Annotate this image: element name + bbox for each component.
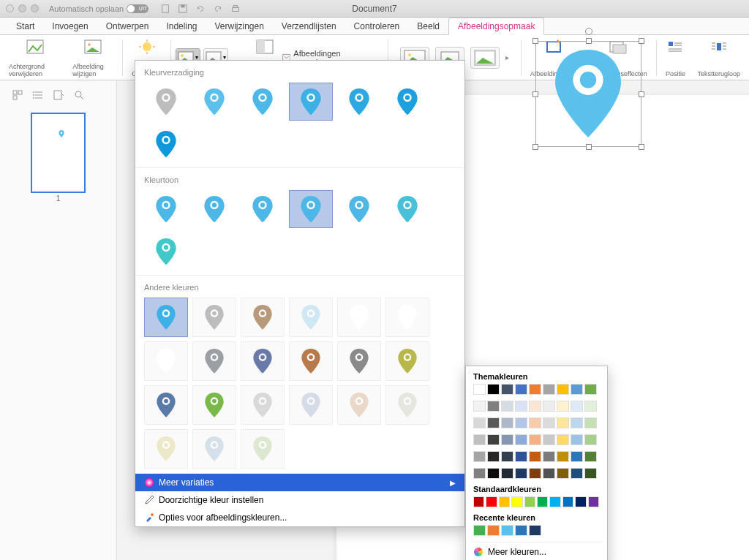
standard-color-swatch[interactable]	[549, 496, 560, 507]
tab-afbeeldingsopmaak[interactable]: Afbeeldingsopmaak	[448, 18, 544, 35]
saturation-swatch[interactable]	[144, 125, 188, 163]
recolor-swatch[interactable]	[241, 429, 285, 469]
tab-invoegen[interactable]: Invoegen	[43, 18, 97, 34]
more-colors-item[interactable]: Meer kleuren...	[470, 542, 603, 560]
tone-swatch[interactable]	[144, 232, 188, 270]
resize-handle-e[interactable]	[639, 91, 644, 97]
recolor-swatch[interactable]	[144, 298, 188, 337]
standard-color-swatch[interactable]	[524, 496, 535, 507]
theme-shade-swatch[interactable]	[571, 451, 583, 462]
redo-icon[interactable]	[213, 4, 223, 14]
theme-shade-swatch[interactable]	[515, 434, 527, 445]
theme-shade-swatch[interactable]	[557, 401, 569, 412]
theme-shade-swatch[interactable]	[584, 401, 597, 412]
picture-color-options-item[interactable]: Opties voor afbeeldingskleuren...	[135, 509, 464, 526]
theme-color-swatch[interactable]	[529, 384, 541, 395]
theme-shade-swatch[interactable]	[473, 434, 486, 445]
recent-color-swatch[interactable]	[501, 525, 513, 536]
theme-color-swatch[interactable]	[487, 384, 500, 395]
tab-verzendlijsten[interactable]: Verzendlijsten	[273, 18, 345, 34]
theme-shade-swatch[interactable]	[515, 401, 527, 412]
standard-color-swatch[interactable]	[486, 496, 497, 507]
thumbnails-view-icon[interactable]	[12, 89, 23, 101]
theme-shade-swatch[interactable]	[543, 451, 555, 462]
tone-swatch[interactable]	[385, 190, 429, 228]
print-icon[interactable]	[230, 4, 241, 14]
standard-color-swatch[interactable]	[562, 496, 573, 507]
theme-shade-swatch[interactable]	[543, 417, 555, 428]
theme-shade-swatch[interactable]	[529, 468, 541, 479]
new-file-icon[interactable]	[160, 4, 170, 14]
standard-color-swatch[interactable]	[537, 496, 548, 507]
saturation-swatch[interactable]	[337, 83, 381, 121]
theme-shade-swatch[interactable]	[515, 451, 527, 462]
recolor-swatch[interactable]	[385, 341, 429, 381]
recent-color-swatch[interactable]	[529, 525, 541, 536]
theme-shade-swatch[interactable]	[487, 417, 500, 428]
theme-shade-swatch[interactable]	[529, 451, 541, 462]
theme-shade-swatch[interactable]	[487, 468, 500, 479]
theme-shade-swatch[interactable]	[487, 401, 500, 412]
theme-shade-swatch[interactable]	[487, 451, 500, 462]
tab-start[interactable]: Start	[7, 18, 43, 34]
page-thumbnail[interactable]	[31, 113, 86, 193]
theme-shade-swatch[interactable]	[557, 451, 569, 462]
tone-swatch[interactable]	[144, 190, 188, 228]
selected-image[interactable]	[535, 41, 641, 147]
remove-background-button[interactable]: Achtergrond verwijderen	[4, 37, 65, 79]
standard-color-swatch[interactable]	[473, 496, 484, 507]
theme-color-swatch[interactable]	[584, 384, 597, 395]
recolor-swatch[interactable]	[192, 341, 236, 381]
theme-shade-swatch[interactable]	[501, 434, 513, 445]
theme-shade-swatch[interactable]	[501, 417, 513, 428]
resize-handle-sw[interactable]	[532, 144, 538, 150]
style-preview-3[interactable]	[470, 47, 500, 69]
recolor-swatch[interactable]	[385, 298, 429, 337]
theme-shade-swatch[interactable]	[529, 417, 541, 428]
outline-view-icon[interactable]	[32, 89, 44, 101]
tab-verwijzingen[interactable]: Verwijzingen	[206, 18, 272, 34]
theme-color-swatch[interactable]	[515, 384, 527, 395]
theme-shade-swatch[interactable]	[529, 401, 541, 412]
search-icon[interactable]	[73, 89, 85, 101]
theme-shade-swatch[interactable]	[571, 468, 583, 479]
theme-shade-swatch[interactable]	[515, 417, 527, 428]
theme-shade-swatch[interactable]	[515, 468, 527, 479]
theme-shade-swatch[interactable]	[501, 451, 513, 462]
saturation-swatch[interactable]	[241, 83, 285, 121]
theme-shade-swatch[interactable]	[543, 468, 555, 479]
resize-handle-s[interactable]	[586, 144, 592, 150]
text-wrap-button[interactable]: Tekstterugloop	[693, 37, 745, 79]
theme-shade-swatch[interactable]	[584, 451, 597, 462]
saturation-swatch[interactable]	[385, 83, 429, 121]
theme-color-swatch[interactable]	[557, 384, 569, 395]
recolor-swatch[interactable]	[144, 385, 188, 425]
recolor-swatch[interactable]	[241, 341, 285, 381]
recolor-swatch[interactable]	[192, 385, 236, 425]
theme-shade-swatch[interactable]	[584, 417, 597, 428]
position-button[interactable]: Positie	[660, 37, 690, 79]
close-icon[interactable]	[6, 4, 14, 12]
tone-swatch[interactable]	[337, 190, 381, 228]
standard-color-swatch[interactable]	[499, 496, 510, 507]
tab-beeld[interactable]: Beeld	[408, 18, 448, 34]
recolor-swatch[interactable]	[337, 298, 381, 337]
standard-color-swatch[interactable]	[511, 496, 522, 507]
recolor-swatch[interactable]	[385, 385, 429, 425]
tone-swatch[interactable]	[192, 190, 236, 228]
recolor-swatch[interactable]	[192, 429, 236, 469]
theme-shade-swatch[interactable]	[487, 434, 500, 445]
theme-shade-swatch[interactable]	[557, 434, 569, 445]
theme-shade-swatch[interactable]	[557, 468, 569, 479]
theme-shade-swatch[interactable]	[473, 417, 486, 428]
recolor-swatch[interactable]	[144, 341, 188, 381]
change-image-button[interactable]: Afbeelding wijzigen	[68, 37, 118, 79]
theme-shade-swatch[interactable]	[529, 434, 541, 445]
theme-shade-swatch[interactable]	[473, 451, 486, 462]
minimize-icon[interactable]	[18, 4, 26, 12]
theme-color-swatch[interactable]	[571, 384, 583, 395]
standard-color-swatch[interactable]	[588, 496, 599, 507]
results-view-icon[interactable]	[53, 89, 64, 101]
theme-shade-swatch[interactable]	[543, 401, 555, 412]
tone-swatch[interactable]	[289, 190, 333, 228]
